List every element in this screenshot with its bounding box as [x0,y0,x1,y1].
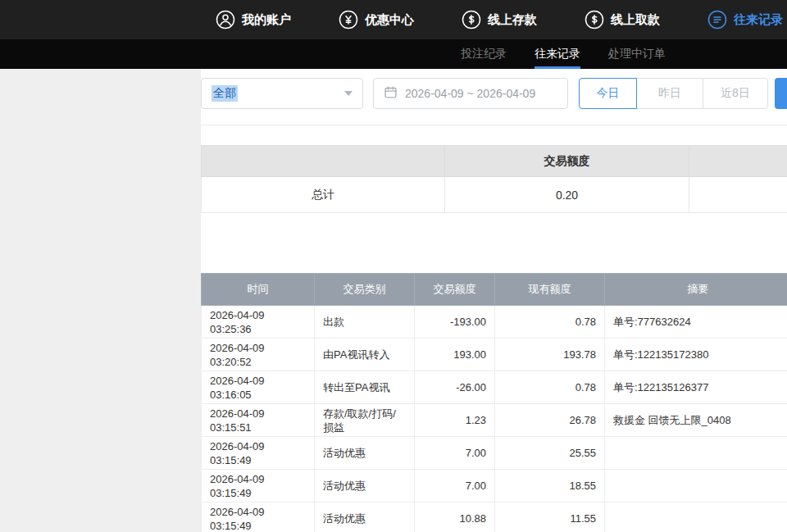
table-row: 2026-04-09 03:15:49活动优惠7.0018.55 [202,470,787,502]
header-balance: 现有额度 [495,274,605,306]
tab-transaction-records[interactable]: 往来记录 [535,39,580,69]
nav-item-label: 优惠中心 [365,12,414,28]
table-row: 2026-04-09 03:15:49活动优惠7.0025.55 [202,437,787,470]
cell-amount: 7.00 [415,470,495,502]
summary-header-empty [202,146,445,177]
summary-total-value: 0.20 [445,177,689,213]
type-filter-value: 全部 [212,85,238,102]
table-row: 2026-04-09 03:15:49活动优惠10.8811.55 [202,502,787,532]
tab-bar: 投注纪录 往来记录 处理中订单 [0,39,787,69]
divider [201,125,787,125]
cell-time: 2026-04-09 03:16:05 [202,371,315,404]
calendar-icon [384,85,398,102]
header-type: 交易类别 [315,274,415,306]
nav-item-my-account[interactable]: 我的账户 [216,10,291,30]
top-navigation: 我的账户 优惠中心 线上存款 [0,0,787,39]
page: 我的账户 优惠中心 线上存款 [0,0,787,532]
account-icon [216,10,235,30]
cell-time: 2026-04-09 03:20:52 [202,339,315,371]
cell-summary [605,470,787,502]
transactions-body: 2026-04-09 03:25:36出款-193.000.78单号:77763… [202,306,787,532]
type-filter-dropdown[interactable]: 全部 [201,78,363,109]
today-button[interactable]: 今日 [579,78,637,109]
nav-item-records[interactable]: 往来记录 [707,10,783,30]
transactions-table: 时间 交易类别 交易额度 现有额度 摘要 2026-04-09 03:25:36… [201,273,787,532]
cell-type: 活动优惠 [315,502,415,532]
cell-balance: 26.78 [495,404,605,437]
date-range-value: 2026-04-09 ~ 2026-04-09 [405,87,535,100]
header-amount: 交易额度 [415,274,495,306]
table-row: 2026-04-09 03:16:05转出至PA视讯-26.000.78单号:1… [202,371,787,404]
cell-balance: 25.55 [495,437,605,470]
cell-balance: 0.78 [495,371,605,404]
deposit-icon [462,10,481,30]
cell-summary [605,437,787,470]
cell-time: 2026-04-09 03:15:49 [202,502,315,532]
cell-balance: 11.55 [495,502,605,532]
cell-amount: -26.00 [415,371,495,404]
summary-empty-cell [689,177,787,213]
cell-time: 2026-04-09 03:25:36 [202,306,315,339]
withdraw-icon [585,10,604,30]
date-range-input[interactable]: 2026-04-09 ~ 2026-04-09 [373,78,568,109]
header-summary: 摘要 [605,274,787,306]
cell-amount: -193.00 [415,306,495,339]
cell-type: 活动优惠 [315,437,415,470]
search-button[interactable] [775,78,787,109]
promo-icon [339,10,358,30]
summary-total-label: 总计 [202,177,445,213]
nav-item-label: 往来记录 [734,12,783,28]
left-gutter [0,69,201,532]
nav-item-label: 我的账户 [242,12,291,28]
table-row: 2026-04-09 03:15:51存款/取款/打码/损益1.2326.78救… [202,404,787,437]
cell-amount: 1.23 [415,404,495,437]
cell-type: 存款/取款/打码/损益 [315,404,415,437]
table-row: 2026-04-09 03:20:52由PA视讯转入193.00193.78单号… [202,339,787,371]
last-8-days-button[interactable]: 近8日 [703,78,768,109]
cell-balance: 18.55 [495,470,605,502]
cell-time: 2026-04-09 03:15:49 [202,470,315,502]
filter-row: 全部 2026-04-09 ~ 2026-04-09 今日 昨日 近8日 [201,78,787,109]
chevron-down-icon [344,91,353,96]
tab-betting-records[interactable]: 投注纪录 [461,39,507,69]
yesterday-button[interactable]: 昨日 [636,78,703,109]
cell-summary: 救援金 回馈无上限_0408 [605,404,787,437]
cell-summary: 单号:777632624 [605,306,787,339]
summary-table: 交易额度 总计 0.20 [201,145,787,213]
cell-summary: 单号:122135172380 [605,339,787,371]
summary-header-empty [689,146,787,177]
summary-header-row: 交易额度 [202,146,787,177]
cell-type: 出款 [315,306,415,339]
nav-item-label: 线上取款 [611,12,660,28]
transactions-head: 时间 交易类别 交易额度 现有额度 摘要 [202,274,787,306]
nav-item-withdraw[interactable]: 线上取款 [585,10,660,30]
cell-type: 活动优惠 [315,470,415,502]
cell-amount: 193.00 [415,339,495,371]
cell-type: 转出至PA视讯 [315,371,415,404]
summary-header-amount: 交易额度 [445,146,689,177]
tab-processing-orders[interactable]: 处理中订单 [608,39,666,69]
cell-summary [605,502,787,532]
cell-balance: 193.78 [495,339,605,371]
cell-amount: 10.88 [415,502,495,532]
table-row: 2026-04-09 03:25:36出款-193.000.78单号:77763… [202,306,787,339]
cell-summary: 单号:122135126377 [605,371,787,404]
records-icon [707,10,727,30]
nav-item-deposit[interactable]: 线上存款 [462,10,537,30]
cell-time: 2026-04-09 03:15:49 [202,437,315,470]
summary-total-row: 总计 0.20 [202,177,787,213]
cell-amount: 7.00 [415,437,495,470]
transactions-header-row: 时间 交易类别 交易额度 现有额度 摘要 [202,274,787,306]
tabs: 投注纪录 往来记录 处理中订单 [461,39,666,69]
cell-balance: 0.78 [495,306,605,339]
header-time: 时间 [202,274,315,306]
nav-item-label: 线上存款 [488,12,537,28]
cell-time: 2026-04-09 03:15:51 [202,404,315,437]
cell-type: 由PA视讯转入 [315,339,415,371]
nav-item-promotions[interactable]: 优惠中心 [339,10,414,30]
quick-range-group: 今日 昨日 近8日 [579,78,768,109]
main-content: 全部 2026-04-09 ~ 2026-04-09 今日 昨日 近8日 [201,69,787,532]
